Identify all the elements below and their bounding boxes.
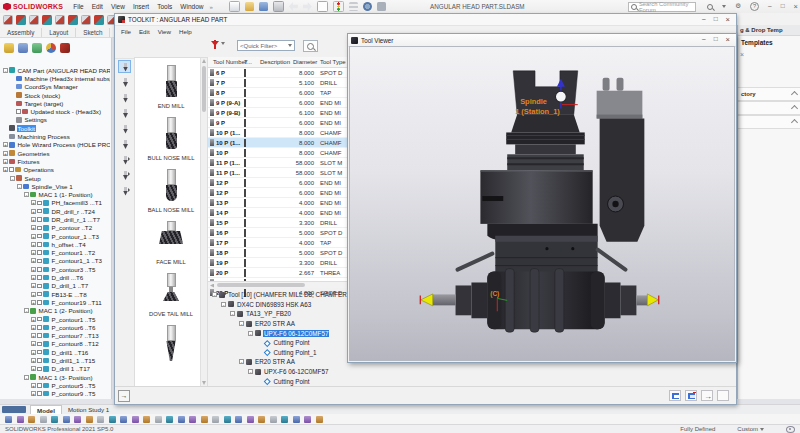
camworks-tree-icon[interactable] bbox=[74, 43, 84, 53]
scroll-down-icon[interactable] bbox=[202, 381, 206, 385]
expander-icon[interactable]: + bbox=[31, 225, 36, 230]
expander-icon[interactable] bbox=[257, 350, 262, 355]
collapse-caret-icon[interactable] bbox=[791, 104, 798, 111]
expander-icon[interactable] bbox=[257, 340, 262, 345]
redo-icon[interactable] bbox=[317, 1, 328, 12]
search-dropdown-icon[interactable] bbox=[707, 4, 713, 10]
close-icon[interactable] bbox=[726, 16, 730, 24]
expander-icon[interactable]: + bbox=[31, 217, 36, 222]
close-icon[interactable] bbox=[726, 36, 730, 44]
expander-icon[interactable]: - bbox=[239, 359, 244, 364]
step-through-toolpaths-icon[interactable] bbox=[55, 15, 65, 25]
expander-icon[interactable]: - bbox=[248, 369, 253, 374]
menu-item[interactable]: File bbox=[69, 3, 87, 10]
tree-item[interactable]: + F_contour19 ..T11 bbox=[0, 298, 110, 306]
filter-button[interactable] bbox=[211, 41, 225, 46]
expander-icon[interactable]: + bbox=[3, 159, 8, 164]
measure-icon[interactable] bbox=[316, 416, 323, 423]
expander-icon[interactable]: - bbox=[248, 331, 253, 336]
gallery-scrollbar[interactable] bbox=[200, 58, 207, 386]
tool-database-icon[interactable] bbox=[118, 184, 131, 197]
expander-icon[interactable]: - bbox=[3, 68, 8, 73]
expander-icon[interactable]: + bbox=[31, 358, 36, 363]
post-icon[interactable] bbox=[178, 416, 185, 423]
menu-item[interactable]: File bbox=[117, 28, 135, 35]
tree-item[interactable]: - Spindle_Vise 1 bbox=[0, 182, 110, 190]
restore-icon[interactable] bbox=[781, 3, 785, 10]
menu-overflow-icon[interactable]: » bbox=[207, 4, 214, 10]
tree-item[interactable]: + P_contour6 ..T6 bbox=[0, 323, 110, 331]
expander-icon[interactable] bbox=[10, 76, 15, 81]
expander-icon[interactable]: + bbox=[31, 391, 36, 396]
view-orientation-icon[interactable] bbox=[51, 416, 58, 423]
templates-section-2[interactable] bbox=[738, 101, 800, 115]
mill-tools-tab-icon[interactable] bbox=[118, 75, 131, 88]
checkbox[interactable] bbox=[37, 292, 42, 297]
tree-item[interactable]: Toolkit bbox=[0, 124, 110, 132]
save-icon[interactable] bbox=[273, 1, 284, 12]
operation-plan-icon[interactable] bbox=[132, 416, 139, 423]
tool-assembly-tab-icon[interactable] bbox=[118, 106, 131, 119]
select-icon[interactable] bbox=[333, 1, 344, 12]
expander-icon[interactable]: + bbox=[31, 350, 36, 355]
toolkit-titlebar[interactable]: TOOLKIT : ANGULAR HEAD PART bbox=[115, 14, 736, 26]
menu-item[interactable]: View bbox=[107, 3, 129, 10]
scrollbar-thumb[interactable] bbox=[202, 66, 206, 112]
checkbox[interactable] bbox=[9, 167, 14, 172]
search-input[interactable]: Search Community Forum bbox=[628, 2, 696, 12]
col-diameter[interactable]: Diameter bbox=[293, 59, 317, 65]
expander-icon[interactable]: + bbox=[31, 383, 36, 388]
col-tool-number[interactable]: Tool Number bbox=[213, 59, 247, 65]
simulate-toolpaths-icon[interactable] bbox=[42, 15, 52, 25]
expander-icon[interactable]: + bbox=[3, 167, 8, 172]
menu-item[interactable]: Edit bbox=[135, 28, 154, 35]
drill-tools-tab-icon[interactable] bbox=[118, 91, 131, 104]
expander-icon[interactable]: + bbox=[31, 267, 36, 272]
expander-icon[interactable]: + bbox=[31, 250, 36, 255]
edit-tool-icon[interactable] bbox=[669, 390, 681, 401]
close-icon[interactable] bbox=[794, 3, 798, 11]
checkbox[interactable] bbox=[37, 242, 42, 247]
command-tab[interactable]: Layout bbox=[42, 28, 76, 37]
coordinate-icon[interactable] bbox=[235, 416, 242, 423]
tree-item[interactable]: + D_drill ...T6 bbox=[0, 273, 110, 281]
property-manager-icon[interactable] bbox=[18, 43, 28, 53]
gallery-tool-item[interactable]: DOVE TAIL MILL bbox=[135, 273, 207, 318]
save-cl-file-icon[interactable] bbox=[68, 15, 78, 25]
tree-item[interactable]: - MAC 1 (2- Position) bbox=[0, 307, 110, 315]
col-description[interactable]: Description bbox=[260, 59, 290, 65]
tree-item[interactable]: + F_contour7 ..T13 bbox=[0, 332, 110, 340]
tree-item[interactable]: + P_contour_1 ..T3 bbox=[0, 232, 110, 240]
document-tab[interactable]: Motion Study 1 bbox=[62, 405, 115, 414]
save-tool-icon[interactable] bbox=[685, 390, 697, 401]
extract-features-icon[interactable] bbox=[120, 416, 127, 423]
gallery-tool-item[interactable]: BULL NOSE MILL bbox=[135, 117, 207, 162]
checkbox[interactable] bbox=[37, 317, 42, 322]
checkbox[interactable] bbox=[16, 109, 21, 114]
minimize-icon[interactable] bbox=[702, 16, 706, 24]
checkbox[interactable] bbox=[37, 333, 42, 338]
expander-icon[interactable]: - bbox=[24, 308, 29, 313]
probe-icon[interactable] bbox=[247, 416, 254, 423]
expander-icon[interactable] bbox=[257, 379, 262, 384]
gallery-tool-item[interactable]: BALL NOSE MILL bbox=[135, 169, 207, 214]
zoom-fit-icon[interactable] bbox=[5, 416, 12, 423]
document-tab[interactable]: Model bbox=[30, 405, 62, 414]
expander-icon[interactable]: + bbox=[3, 151, 8, 156]
generate-toolpaths-icon[interactable] bbox=[29, 15, 39, 25]
tree-item[interactable]: Updated stock - (Head3x) bbox=[0, 107, 110, 115]
tool-tree-item[interactable]: - UPX-F6 06-12C0MF57 bbox=[208, 367, 736, 377]
tool-library-icon[interactable] bbox=[118, 153, 131, 166]
tree-item[interactable]: + Fixtures bbox=[0, 157, 110, 165]
tree-item[interactable]: Machine (Head3x internal subs) bbox=[0, 74, 110, 82]
checkbox[interactable] bbox=[37, 234, 42, 239]
tree-item[interactable]: + DR_drill_r ..T24 bbox=[0, 207, 110, 215]
col-tool-type[interactable]: Tool Type bbox=[320, 59, 346, 65]
gallery-tool-item[interactable]: END MILL bbox=[135, 65, 207, 110]
task-pane-header[interactable]: g & Drop Temp bbox=[738, 25, 800, 36]
status-custom[interactable]: Custom bbox=[737, 426, 764, 432]
tree-item[interactable]: + DR_drill_r_1 ...T7 bbox=[0, 215, 110, 223]
tree-item[interactable]: + D_drill1 ..T16 bbox=[0, 348, 110, 356]
tree-item[interactable]: + FB13-E ...T8 bbox=[0, 290, 110, 298]
view-setting-icon[interactable] bbox=[109, 416, 116, 423]
